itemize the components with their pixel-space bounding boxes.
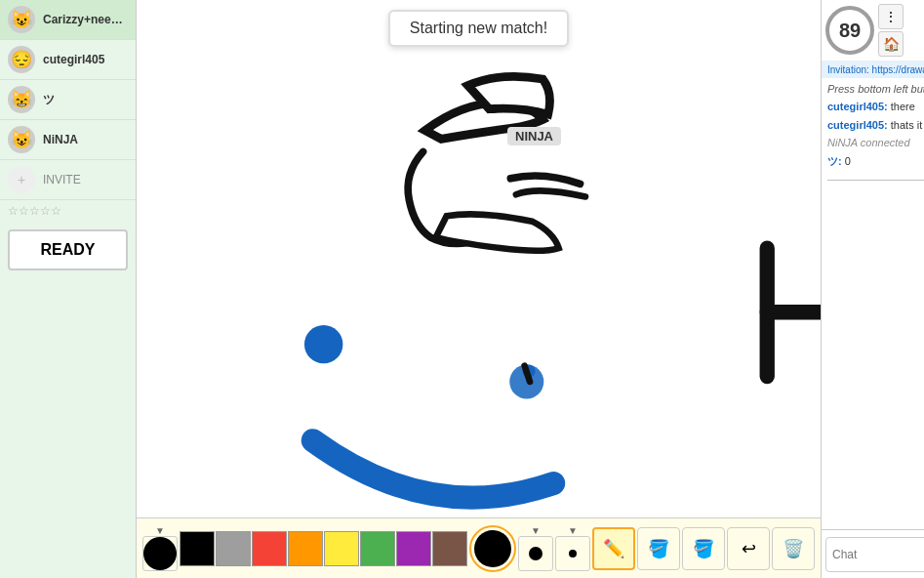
chat-msg-1: cutegirl405: there	[827, 100, 924, 114]
invite-item[interactable]: + INVITE	[0, 160, 136, 200]
player-item-ninja[interactable]: 😺 NiNJA	[0, 120, 136, 160]
star-rating: ☆☆☆☆☆	[0, 200, 136, 222]
color-orange[interactable]	[288, 531, 323, 566]
size-selector-1[interactable]: ▼	[142, 526, 178, 571]
player-name-ninja-tw: ツ	[43, 92, 55, 108]
color-red[interactable]	[252, 531, 287, 566]
sender-1: cutegirl405:	[827, 101, 888, 112]
avatar-cutegirl: 😔	[8, 46, 35, 73]
selected-color-btn[interactable]	[469, 525, 516, 572]
home-btn[interactable]: 🏠	[878, 31, 904, 57]
system-text: NiNJA connected	[827, 137, 910, 148]
menu-icon: ⋮	[884, 9, 898, 24]
top-bar: 89 ⋮ 🏠	[822, 0, 924, 62]
avatar-carizzy: 😺	[8, 6, 35, 33]
player-item-cutegirl[interactable]: 😔 cutegirl405	[0, 40, 136, 80]
text-1: there	[891, 101, 915, 112]
pencil-icon: ✏️	[603, 538, 624, 559]
menu-btn[interactable]: ⋮	[878, 4, 904, 29]
timer-value: 89	[839, 20, 861, 42]
color-gray[interactable]	[216, 531, 251, 566]
arrow-3: ▼	[568, 526, 578, 536]
trash-btn[interactable]: 🗑️	[772, 527, 815, 570]
avatar-ninja-tw: 😸	[8, 86, 35, 113]
size-selector-2[interactable]: ▼	[518, 526, 553, 571]
avatar-ninja: 😺	[8, 126, 35, 153]
color-green[interactable]	[360, 531, 395, 566]
text-2: thats it	[891, 119, 922, 131]
fill-tool-btn[interactable]: 🪣	[637, 527, 680, 570]
brush-large	[143, 537, 177, 570]
chat-messages: Press bottom left button cutegirl405: th…	[822, 78, 924, 529]
home-icon: 🏠	[883, 36, 900, 52]
fill-alt-icon: 🪣	[693, 538, 714, 559]
arrow-1: ▼	[155, 526, 165, 536]
sidebar: 😺 Carizzy+needs a bf 😔 cutegirl405 😸 ツ 😺…	[0, 0, 137, 578]
avatar-invite: +	[8, 166, 35, 193]
chat-msg-4: ツ: 0	[827, 154, 924, 169]
chat-input-area: ⭐	[822, 529, 924, 578]
fill-alt-tool-btn[interactable]: 🪣	[682, 527, 725, 570]
chat-input[interactable]	[825, 537, 924, 572]
player-name-ninja: NiNJA	[43, 133, 78, 146]
player-item-carizzy[interactable]: 😺 Carizzy+needs a bf	[0, 0, 136, 40]
toolbar: ▼	[137, 517, 821, 578]
header-icons: ⋮ 🏠	[878, 4, 904, 57]
chat-divider: ——————————0	[827, 172, 924, 186]
trash-icon: 🗑️	[783, 538, 804, 559]
fill-icon: 🪣	[648, 538, 669, 559]
player-name-cutegirl: cutegirl405	[43, 53, 104, 66]
chat-msg-2: cutegirl405: thats it	[827, 118, 924, 133]
timer-circle: 89	[825, 6, 874, 55]
chat-msg-system: NiNJA connected	[827, 136, 924, 150]
sender-4: ツ:	[827, 155, 842, 167]
svg-point-0	[304, 325, 342, 363]
undo-btn[interactable]: ↩	[727, 527, 770, 570]
pencil-tool-btn[interactable]: ✏️	[592, 527, 635, 570]
color-yellow[interactable]	[324, 531, 359, 566]
arrow-2: ▼	[531, 526, 541, 536]
size-selector-3[interactable]: ▼	[555, 526, 590, 571]
brush-small	[569, 550, 577, 557]
player-item-ninja-tw[interactable]: 😸 ツ	[0, 80, 136, 120]
brush-medium	[529, 547, 542, 560]
chat-hint: Press bottom left button	[827, 82, 924, 97]
canvas-area: Starting new match!	[137, 0, 821, 578]
color-black[interactable]	[180, 531, 215, 566]
drawing-canvas[interactable]	[137, 0, 821, 517]
ninja-label: NINJA	[507, 127, 561, 145]
right-panel: 89 ⋮ 🏠 Invitation: https://drawaria.onli…	[821, 0, 924, 578]
invitation-bar: Invitation: https://drawaria.online/roo	[822, 62, 924, 78]
color-brown[interactable]	[432, 531, 467, 566]
ready-button[interactable]: READY	[8, 229, 128, 270]
undo-icon: ↩	[742, 538, 756, 559]
invite-label: INVITE	[43, 173, 81, 186]
player-name-carizzy: Carizzy+needs a bf	[43, 13, 128, 26]
text-4: 0	[845, 155, 851, 167]
color-purple[interactable]	[396, 531, 431, 566]
sender-2: cutegirl405:	[827, 119, 888, 131]
color-row	[180, 531, 467, 566]
selected-color-circle	[474, 530, 511, 567]
canvas-drawing[interactable]: NINJA	[137, 0, 821, 517]
